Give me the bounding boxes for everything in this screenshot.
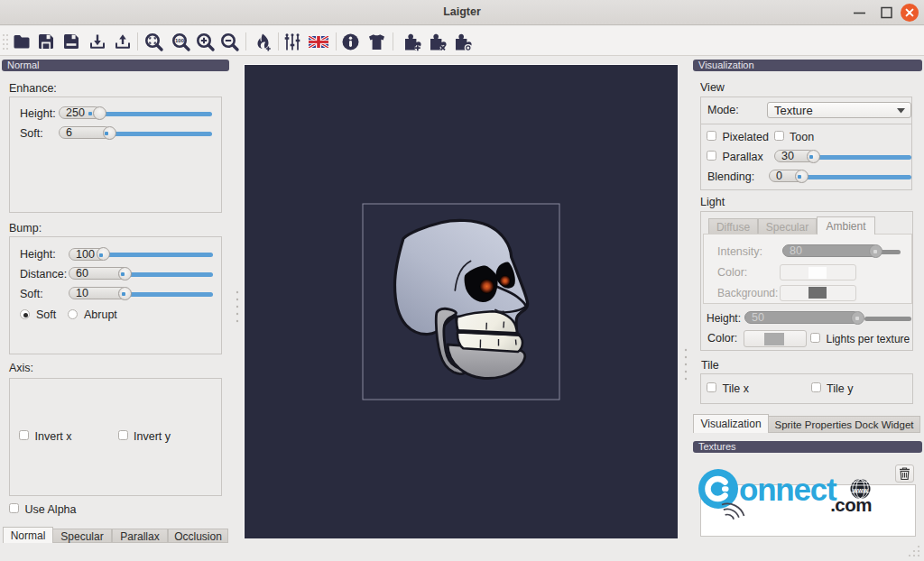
- svg-text:onnect: onnect: [739, 472, 837, 507]
- svg-text:100: 100: [175, 38, 185, 43]
- svg-text:.com: .com: [830, 494, 872, 515]
- svg-text:www: www: [852, 487, 868, 493]
